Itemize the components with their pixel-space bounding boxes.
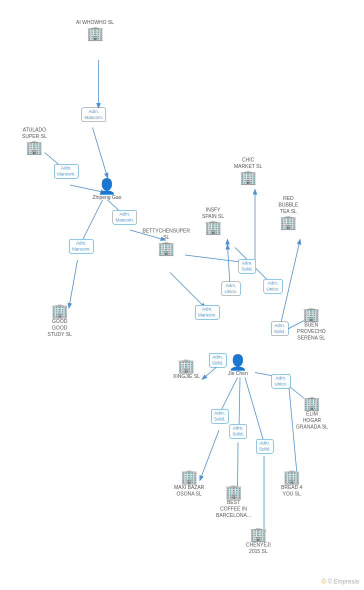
building-icon-best-coffee: 🏢 bbox=[225, 485, 242, 499]
org-chart-diagram: AI WHOWHO SL 🏢 ATULADOSUPER SL 🏢 👤 Zhipe… bbox=[0, 0, 364, 590]
connections-svg bbox=[0, 0, 364, 590]
node-maxi-bazar: 🏢 MAXI BAZAROSONA SL bbox=[174, 470, 204, 498]
node-elim-hogar: 🏢 ELIMHOGARGRANADA SL bbox=[296, 396, 328, 431]
node-chenyeji: 🏢 CHENYEJI2015 SL bbox=[246, 528, 270, 556]
node-bettychensuper: BETTYCHENSUPERSL 🏢 bbox=[142, 228, 190, 256]
building-icon-good-study: 🏢 bbox=[51, 304, 68, 318]
node-bread-4-you: 🏢 BREAD 4YOU SL bbox=[281, 470, 302, 498]
node-zhipeng-gao: 👤 Zhipeng Gao bbox=[92, 179, 122, 202]
badge-adm-unico-2: Adm.Unico. bbox=[222, 282, 240, 296]
building-icon-bettychensuper: 🏢 bbox=[158, 242, 175, 256]
svg-line-1 bbox=[92, 128, 108, 178]
building-icon-maxi-bazar: 🏢 bbox=[180, 470, 198, 484]
svg-line-18 bbox=[220, 378, 238, 412]
building-icon-red-bubble: 🏢 bbox=[280, 216, 297, 230]
node-xingjie: 🏢 XINGJIE SL bbox=[173, 359, 200, 380]
badge-adm-solid-3: Adm.Solid. bbox=[209, 353, 226, 368]
building-icon-chenyeji: 🏢 bbox=[250, 528, 267, 542]
badge-adm-unico-1: Adm.Unico. bbox=[264, 279, 282, 294]
badge-adm-mancom-2: Adm.Mancom. bbox=[54, 164, 78, 178]
badge-adm-mancom-4: Adm.Mancom. bbox=[69, 239, 94, 254]
badge-adm-mancom-3: Adm.Mancom. bbox=[112, 210, 137, 224]
svg-line-9 bbox=[185, 255, 245, 262]
building-icon-chic-market: 🏢 bbox=[240, 170, 257, 184]
node-insfy-spain: INSFYSPAIN SL 🏢 bbox=[202, 206, 224, 234]
building-icon-xingjie: 🏢 bbox=[178, 359, 195, 373]
building-icon-ai-whowho: 🏢 bbox=[86, 26, 104, 40]
node-ai-whowho: AI WHOWHO SL 🏢 bbox=[76, 19, 114, 40]
building-icon-bread-4-you: 🏢 bbox=[283, 470, 300, 484]
person-icon-jie-chen: 👤 bbox=[228, 355, 247, 370]
node-red-bubble-tea: REDBUBBLETEA SL 🏢 bbox=[278, 195, 298, 230]
building-icon-atulado: 🏢 bbox=[26, 140, 43, 154]
node-good-good-study: 🏢 GOODGOODSTUDY SL bbox=[48, 304, 72, 338]
svg-line-6 bbox=[82, 200, 102, 240]
node-buen-provecho: 🏢 BUENPROVECHOSERENA SL bbox=[297, 308, 326, 342]
node-best-coffee: 🏢 BESTCOFFEE INBARCELONA... bbox=[216, 485, 251, 520]
node-jie-chen: 👤 Jie Chen bbox=[228, 355, 248, 378]
badge-adm-solid-4: Adm.Solid. bbox=[211, 409, 228, 424]
badge-adm-solid-2: Adm.Solid. bbox=[271, 322, 288, 336]
svg-line-22 bbox=[245, 378, 264, 442]
node-chic-market: CHICMARKET SL 🏢 bbox=[234, 156, 262, 184]
badge-adm-mancom-1: Adm.Mancom. bbox=[82, 108, 106, 122]
node-atulado-super: ATULADOSUPER SL 🏢 bbox=[22, 126, 46, 154]
person-icon-zhipeng: 👤 bbox=[98, 179, 116, 194]
badge-adm-solid-5: Adm.Solid. bbox=[230, 424, 247, 438]
building-icon-insfy: 🏢 bbox=[204, 220, 222, 234]
badge-adm-mancom-5: Adm.Mancom. bbox=[195, 305, 220, 320]
svg-line-20 bbox=[239, 378, 240, 428]
svg-line-8 bbox=[170, 272, 205, 308]
badge-adm-unico-3: Adm.Unico. bbox=[272, 374, 290, 388]
building-icon-buen-provecho: 🏢 bbox=[302, 308, 320, 322]
badge-adm-solid-6: Adm.Solid. bbox=[256, 439, 274, 454]
watermark: © © Empresia bbox=[322, 578, 359, 585]
svg-line-7 bbox=[69, 260, 78, 308]
building-icon-elim-hogar: 🏢 bbox=[303, 396, 320, 410]
badge-adm-solid-1: Adm.Solid. bbox=[238, 259, 256, 274]
